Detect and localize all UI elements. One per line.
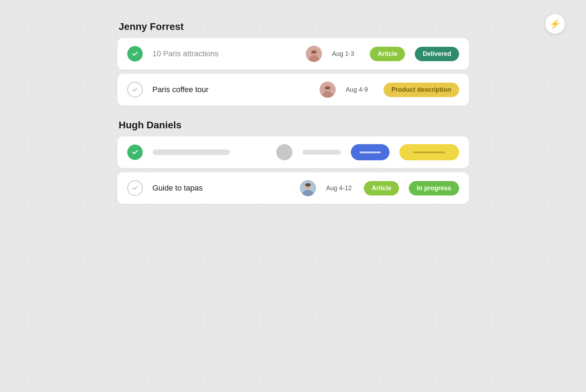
status-icon-filled (127, 46, 143, 62)
task-skeleton[interactable] (117, 136, 469, 168)
task-guide-tapas[interactable]: Guide to tapas Aug 4-12 Article In progr… (117, 172, 469, 204)
svg-point-11 (325, 86, 330, 90)
task-date: Aug 1-3 (332, 50, 360, 58)
avatar-female-2 (320, 82, 336, 98)
task-date: Aug 4-12 (326, 185, 354, 192)
lightning-icon: ⚡ (549, 19, 561, 30)
badge-delivered: Delivered (415, 47, 459, 61)
badge-yellow-skeleton (399, 144, 459, 160)
badge-product-desc: Product description (384, 83, 459, 97)
badge-in-progress: In progress (409, 181, 459, 195)
status-icon-filled-2 (127, 144, 143, 160)
section-title-hugh: Hugh Daniels (119, 120, 469, 131)
skeleton-title (153, 149, 230, 155)
lightning-button[interactable]: ⚡ (545, 14, 565, 34)
svg-point-12 (326, 89, 327, 89)
task-paris-attractions[interactable]: 10 Paris attractions Aug 1-3 Article Del… (117, 38, 469, 70)
svg-point-4 (311, 50, 316, 54)
task-title: Guide to tapas (153, 184, 290, 193)
status-icon-outline-2 (127, 180, 143, 196)
section-title-jenny: Jenny Forrest (119, 21, 469, 32)
task-date: Aug 4-9 (346, 86, 374, 94)
badge-article-2: Article (364, 181, 399, 195)
badge-article: Article (370, 47, 405, 61)
svg-point-18 (307, 187, 307, 188)
main-container: Jenny Forrest 10 Paris attractions (117, 21, 469, 208)
svg-point-6 (315, 53, 315, 53)
task-title: 10 Paris attractions (153, 49, 296, 58)
skeleton-date (302, 150, 341, 155)
section-jenny-forrest: Jenny Forrest 10 Paris attractions (117, 21, 469, 105)
svg-point-13 (328, 89, 329, 89)
task-title: Paris coffee tour (153, 85, 310, 94)
svg-point-19 (309, 187, 309, 188)
svg-point-17 (305, 183, 311, 187)
svg-point-5 (313, 53, 313, 53)
avatar-grey (276, 144, 292, 160)
avatar-male (300, 180, 316, 196)
section-hugh-daniels: Hugh Daniels (117, 120, 469, 204)
task-paris-coffee[interactable]: Paris coffee tour Aug 4-9 Product descri… (117, 74, 469, 105)
status-icon-outline (127, 82, 143, 97)
avatar-female (306, 46, 322, 62)
badge-blue-skeleton (351, 144, 389, 160)
